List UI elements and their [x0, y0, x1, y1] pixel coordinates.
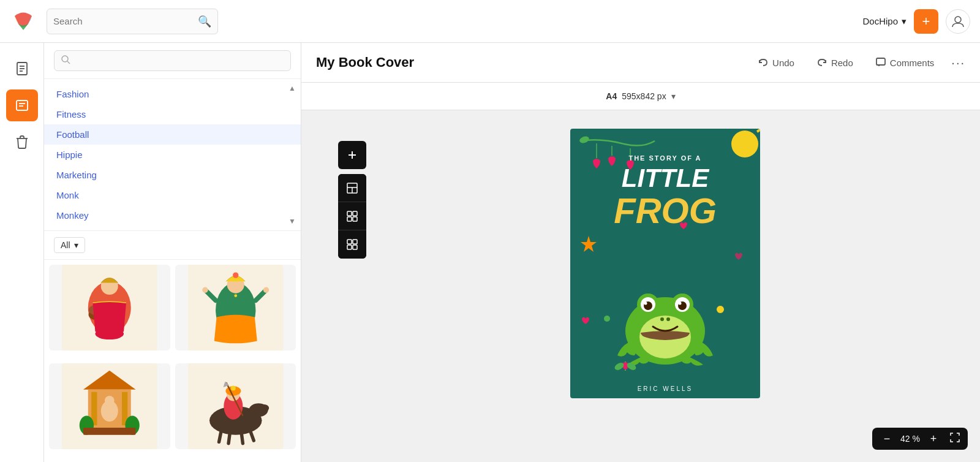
- zoom-level: 42 %: [900, 434, 920, 444]
- image-grid: [44, 260, 301, 462]
- category-monk[interactable]: Monk: [44, 185, 301, 205]
- svg-point-20: [233, 272, 238, 278]
- sidebar-item-document[interactable]: [6, 53, 38, 85]
- zoom-out-button[interactable]: −: [880, 431, 894, 446]
- svg-point-71: [579, 135, 590, 145]
- user-avatar[interactable]: [946, 9, 970, 34]
- page-tools: [338, 141, 366, 259]
- scroll-up-arrow[interactable]: ▲: [288, 84, 296, 93]
- svg-line-66: [757, 129, 760, 132]
- panel-search-input[interactable]: [74, 56, 284, 66]
- icon-sidebar: [0, 43, 44, 462]
- logo[interactable]: [10, 7, 37, 36]
- svg-point-81: [679, 302, 682, 305]
- page-layout-tools: [338, 174, 366, 259]
- zoom-in-button[interactable]: +: [926, 431, 941, 446]
- header: 🔍 DocHipo ▾ +: [0, 0, 980, 43]
- image-item-2[interactable]: [175, 265, 296, 350]
- svg-point-77: [644, 302, 647, 305]
- svg-point-64: [731, 131, 758, 157]
- panel-search-icon: [61, 55, 70, 67]
- svg-line-41: [228, 433, 230, 444]
- svg-point-32: [105, 396, 115, 406]
- svg-rect-61: [353, 240, 357, 244]
- size-bar: A4 595x842 px ▾: [301, 83, 980, 110]
- filter-chevron-icon: ▾: [74, 240, 78, 250]
- create-button[interactable]: +: [914, 9, 938, 34]
- svg-point-16: [95, 328, 124, 339]
- book-cover[interactable]: The Story of a Little Frog: [570, 129, 760, 398]
- add-page-button[interactable]: [338, 141, 366, 169]
- layout-button[interactable]: [338, 174, 366, 202]
- svg-point-1: [955, 17, 961, 23]
- comments-button[interactable]: Comments: [870, 55, 940, 70]
- category-fashion[interactable]: Fashion: [44, 84, 301, 104]
- more-options-button[interactable]: ···: [951, 56, 965, 70]
- panel-search-area: [44, 43, 301, 79]
- brand-chevron: ▾: [902, 16, 907, 27]
- book-author: Eric Wells: [570, 385, 760, 392]
- fullscreen-button[interactable]: [949, 432, 960, 445]
- canvas-area: My Book Cover Undo Redo: [301, 43, 980, 462]
- category-fitness[interactable]: Fitness: [44, 104, 301, 124]
- panel: ▲ Fashion Fitness Football Hippie Market…: [44, 43, 301, 462]
- sidebar-item-text[interactable]: [6, 89, 38, 121]
- brand-menu[interactable]: DocHipo ▾: [862, 16, 907, 27]
- svg-point-24: [263, 287, 268, 293]
- layers-button[interactable]: [338, 230, 366, 259]
- size-dropdown-chevron[interactable]: ▾: [671, 91, 676, 101]
- size-format: A4: [606, 91, 617, 101]
- svg-line-10: [67, 61, 70, 64]
- svg-point-9: [62, 56, 68, 62]
- filter-dropdown[interactable]: All ▾: [54, 237, 85, 253]
- category-hippie[interactable]: Hippie: [44, 145, 301, 165]
- svg-rect-62: [347, 245, 352, 249]
- svg-point-23: [202, 287, 208, 293]
- undo-button[interactable]: Undo: [753, 55, 799, 70]
- svg-line-42: [241, 433, 243, 444]
- document-title: My Book Cover: [316, 55, 414, 70]
- category-monkey[interactable]: Monkey: [44, 205, 301, 225]
- svg-rect-57: [353, 211, 357, 216]
- category-marketing[interactable]: Marketing: [44, 165, 301, 185]
- svg-rect-63: [353, 245, 357, 249]
- svg-point-25: [234, 294, 237, 297]
- svg-point-83: [666, 317, 670, 321]
- redo-button[interactable]: Redo: [812, 55, 858, 70]
- image-item-1[interactable]: [49, 265, 170, 350]
- filter-row: All ▾: [44, 231, 301, 260]
- book-subtitle: The Story of a: [570, 154, 760, 162]
- search-icon: 🔍: [198, 15, 211, 28]
- sidebar-item-trash[interactable]: [6, 126, 38, 158]
- book-title-frog: Frog: [570, 193, 760, 229]
- search-input[interactable]: [53, 16, 198, 26]
- panel-search-box[interactable]: [54, 50, 291, 71]
- scroll-down-arrow[interactable]: ▼: [288, 217, 296, 225]
- category-list: ▲ Fashion Fitness Football Hippie Market…: [44, 79, 301, 231]
- brand-name: DocHipo: [862, 16, 898, 26]
- zoom-bar: − 42 % +: [872, 428, 968, 450]
- svg-rect-35: [83, 428, 136, 435]
- svg-point-39: [259, 404, 269, 412]
- size-dimensions: 595x842 px: [622, 91, 666, 101]
- image-item-3[interactable]: [49, 363, 170, 449]
- svg-rect-56: [347, 211, 352, 216]
- main-layout: ▲ Fashion Fitness Football Hippie Market…: [0, 43, 980, 462]
- svg-point-47: [230, 386, 235, 391]
- image-item-4[interactable]: [175, 363, 296, 449]
- svg-rect-59: [353, 217, 357, 221]
- svg-rect-50: [876, 58, 885, 65]
- svg-rect-6: [17, 100, 28, 110]
- svg-line-40: [219, 430, 221, 442]
- canvas-toolbar: My Book Cover Undo Redo: [301, 43, 980, 83]
- grid-button[interactable]: [338, 202, 366, 230]
- svg-marker-84: [581, 236, 597, 252]
- svg-rect-58: [347, 217, 352, 221]
- book-title-little: Little: [570, 165, 760, 191]
- category-football[interactable]: Football: [44, 124, 301, 145]
- header-right: DocHipo ▾ +: [862, 9, 970, 34]
- search-bar[interactable]: 🔍: [47, 9, 218, 34]
- canvas-viewport[interactable]: The Story of a Little Frog: [301, 110, 980, 462]
- svg-point-82: [660, 317, 664, 321]
- svg-rect-60: [347, 240, 352, 244]
